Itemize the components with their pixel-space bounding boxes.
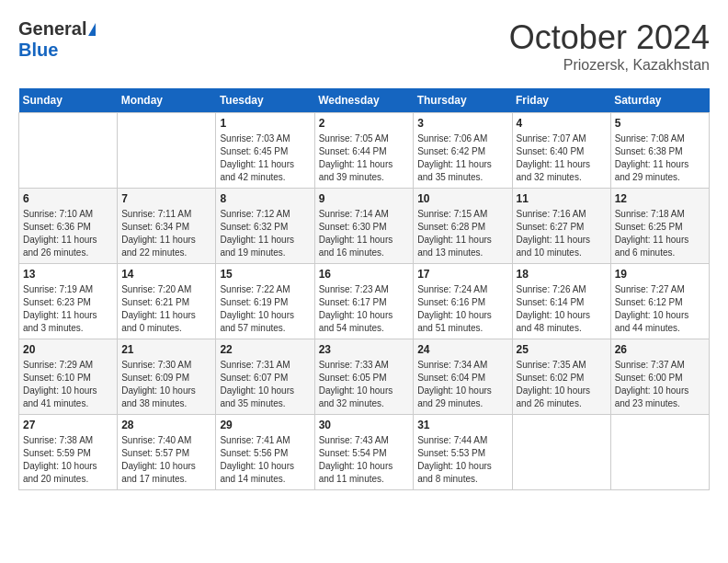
calendar-cell: 10Sunrise: 7:15 AMSunset: 6:28 PMDayligh… xyxy=(414,189,512,264)
calendar-cell: 9Sunrise: 7:14 AMSunset: 6:30 PMDaylight… xyxy=(314,189,414,264)
calendar-cell xyxy=(19,113,118,189)
calendar-cell: 16Sunrise: 7:23 AMSunset: 6:17 PMDayligh… xyxy=(314,264,414,339)
calendar-cell: 20Sunrise: 7:29 AMSunset: 6:10 PMDayligh… xyxy=(19,339,118,415)
logo-blue: Blue xyxy=(18,40,58,61)
day-detail: Sunrise: 7:40 AMSunset: 5:57 PMDaylight:… xyxy=(121,434,211,486)
day-detail: Sunrise: 7:38 AMSunset: 5:59 PMDaylight:… xyxy=(23,434,113,486)
day-detail: Sunrise: 7:33 AMSunset: 6:05 PMDaylight:… xyxy=(319,359,410,410)
calendar-cell: 23Sunrise: 7:33 AMSunset: 6:05 PMDayligh… xyxy=(314,339,414,415)
weekday-header: Saturday xyxy=(610,88,709,113)
weekday-header: Wednesday xyxy=(314,88,414,113)
day-detail: Sunrise: 7:24 AMSunset: 6:16 PMDaylight:… xyxy=(417,283,507,335)
calendar-cell xyxy=(512,415,610,490)
title-section: October 2024 Priozersk, Kazakhstan xyxy=(509,18,710,74)
day-detail: Sunrise: 7:08 AMSunset: 6:38 PMDaylight:… xyxy=(615,132,705,184)
day-detail: Sunrise: 7:30 AMSunset: 6:09 PMDaylight:… xyxy=(121,359,211,410)
day-detail: Sunrise: 7:12 AMSunset: 6:32 PMDaylight:… xyxy=(220,208,310,259)
day-detail: Sunrise: 7:41 AMSunset: 5:56 PMDaylight:… xyxy=(220,434,310,486)
calendar-cell xyxy=(610,415,709,490)
calendar-cell: 26Sunrise: 7:37 AMSunset: 6:00 PMDayligh… xyxy=(610,339,709,415)
day-detail: Sunrise: 7:07 AMSunset: 6:40 PMDaylight:… xyxy=(517,132,607,184)
calendar-cell: 30Sunrise: 7:43 AMSunset: 5:54 PMDayligh… xyxy=(314,415,414,490)
calendar-cell: 3Sunrise: 7:06 AMSunset: 6:42 PMDaylight… xyxy=(414,113,512,189)
day-number: 17 xyxy=(417,268,507,281)
day-number: 8 xyxy=(220,192,310,205)
day-number: 30 xyxy=(319,419,410,431)
day-detail: Sunrise: 7:23 AMSunset: 6:17 PMDaylight:… xyxy=(319,283,410,335)
day-number: 22 xyxy=(220,343,310,356)
day-detail: Sunrise: 7:06 AMSunset: 6:42 PMDaylight:… xyxy=(417,132,507,184)
day-number: 4 xyxy=(517,117,607,130)
day-number: 14 xyxy=(121,268,211,281)
day-detail: Sunrise: 7:22 AMSunset: 6:19 PMDaylight:… xyxy=(220,283,310,335)
day-detail: Sunrise: 7:14 AMSunset: 6:30 PMDaylight:… xyxy=(319,208,410,259)
weekday-header: Sunday xyxy=(19,88,118,113)
calendar-cell: 19Sunrise: 7:27 AMSunset: 6:12 PMDayligh… xyxy=(610,264,709,339)
calendar-cell: 8Sunrise: 7:12 AMSunset: 6:32 PMDaylight… xyxy=(216,189,314,264)
day-number: 6 xyxy=(23,192,113,205)
day-number: 21 xyxy=(121,343,211,356)
calendar-cell xyxy=(118,113,216,189)
day-number: 26 xyxy=(615,343,705,356)
day-number: 1 xyxy=(220,117,310,130)
day-detail: Sunrise: 7:16 AMSunset: 6:27 PMDaylight:… xyxy=(517,208,607,259)
day-detail: Sunrise: 7:44 AMSunset: 5:53 PMDaylight:… xyxy=(417,434,507,486)
day-detail: Sunrise: 7:37 AMSunset: 6:00 PMDaylight:… xyxy=(615,359,705,410)
day-detail: Sunrise: 7:15 AMSunset: 6:28 PMDaylight:… xyxy=(417,208,507,259)
day-number: 19 xyxy=(615,268,705,281)
day-detail: Sunrise: 7:27 AMSunset: 6:12 PMDaylight:… xyxy=(615,283,705,335)
calendar-cell: 7Sunrise: 7:11 AMSunset: 6:34 PMDaylight… xyxy=(118,189,216,264)
calendar-cell: 11Sunrise: 7:16 AMSunset: 6:27 PMDayligh… xyxy=(512,189,610,264)
calendar-cell: 13Sunrise: 7:19 AMSunset: 6:23 PMDayligh… xyxy=(19,264,118,339)
weekday-header: Monday xyxy=(118,88,216,113)
day-detail: Sunrise: 7:31 AMSunset: 6:07 PMDaylight:… xyxy=(220,359,310,410)
day-detail: Sunrise: 7:10 AMSunset: 6:36 PMDaylight:… xyxy=(23,208,113,259)
day-number: 25 xyxy=(517,343,607,356)
day-detail: Sunrise: 7:18 AMSunset: 6:25 PMDaylight:… xyxy=(615,208,705,259)
calendar-cell: 4Sunrise: 7:07 AMSunset: 6:40 PMDaylight… xyxy=(512,113,610,189)
day-number: 15 xyxy=(220,268,310,281)
day-number: 27 xyxy=(23,419,113,431)
weekday-header: Tuesday xyxy=(216,88,314,113)
weekday-header: Thursday xyxy=(414,88,512,113)
day-number: 9 xyxy=(319,192,410,205)
day-number: 16 xyxy=(319,268,410,281)
day-detail: Sunrise: 7:20 AMSunset: 6:21 PMDaylight:… xyxy=(121,283,211,335)
calendar-cell: 18Sunrise: 7:26 AMSunset: 6:14 PMDayligh… xyxy=(512,264,610,339)
calendar-cell: 1Sunrise: 7:03 AMSunset: 6:45 PMDaylight… xyxy=(216,113,314,189)
day-number: 28 xyxy=(121,419,211,431)
day-number: 3 xyxy=(417,117,507,130)
calendar-cell: 6Sunrise: 7:10 AMSunset: 6:36 PMDaylight… xyxy=(19,189,118,264)
calendar-cell: 17Sunrise: 7:24 AMSunset: 6:16 PMDayligh… xyxy=(414,264,512,339)
calendar-cell: 14Sunrise: 7:20 AMSunset: 6:21 PMDayligh… xyxy=(118,264,216,339)
day-detail: Sunrise: 7:26 AMSunset: 6:14 PMDaylight:… xyxy=(517,283,607,335)
logo-icon xyxy=(88,23,96,36)
day-number: 7 xyxy=(121,192,211,205)
day-number: 13 xyxy=(23,268,113,281)
day-detail: Sunrise: 7:43 AMSunset: 5:54 PMDaylight:… xyxy=(319,434,410,486)
calendar-cell: 22Sunrise: 7:31 AMSunset: 6:07 PMDayligh… xyxy=(216,339,314,415)
calendar-cell: 28Sunrise: 7:40 AMSunset: 5:57 PMDayligh… xyxy=(118,415,216,490)
calendar-cell: 15Sunrise: 7:22 AMSunset: 6:19 PMDayligh… xyxy=(216,264,314,339)
day-number: 11 xyxy=(517,192,607,205)
day-detail: Sunrise: 7:35 AMSunset: 6:02 PMDaylight:… xyxy=(517,359,607,410)
day-number: 2 xyxy=(319,117,410,130)
page-header: General Blue October 2024 Priozersk, Kaz… xyxy=(18,18,710,74)
day-number: 29 xyxy=(220,419,310,431)
calendar-cell: 21Sunrise: 7:30 AMSunset: 6:09 PMDayligh… xyxy=(118,339,216,415)
calendar-cell: 24Sunrise: 7:34 AMSunset: 6:04 PMDayligh… xyxy=(414,339,512,415)
calendar-cell: 29Sunrise: 7:41 AMSunset: 5:56 PMDayligh… xyxy=(216,415,314,490)
day-detail: Sunrise: 7:19 AMSunset: 6:23 PMDaylight:… xyxy=(23,283,113,335)
calendar-cell: 2Sunrise: 7:05 AMSunset: 6:44 PMDaylight… xyxy=(314,113,414,189)
calendar-table: SundayMondayTuesdayWednesdayThursdayFrid… xyxy=(18,88,710,490)
day-number: 5 xyxy=(615,117,705,130)
logo-general: General xyxy=(18,18,86,40)
logo: General Blue xyxy=(18,18,96,61)
calendar-cell: 27Sunrise: 7:38 AMSunset: 5:59 PMDayligh… xyxy=(19,415,118,490)
day-number: 31 xyxy=(417,419,507,431)
day-detail: Sunrise: 7:29 AMSunset: 6:10 PMDaylight:… xyxy=(23,359,113,410)
day-number: 18 xyxy=(517,268,607,281)
day-detail: Sunrise: 7:11 AMSunset: 6:34 PMDaylight:… xyxy=(121,208,211,259)
day-number: 12 xyxy=(615,192,705,205)
day-number: 23 xyxy=(319,343,410,356)
